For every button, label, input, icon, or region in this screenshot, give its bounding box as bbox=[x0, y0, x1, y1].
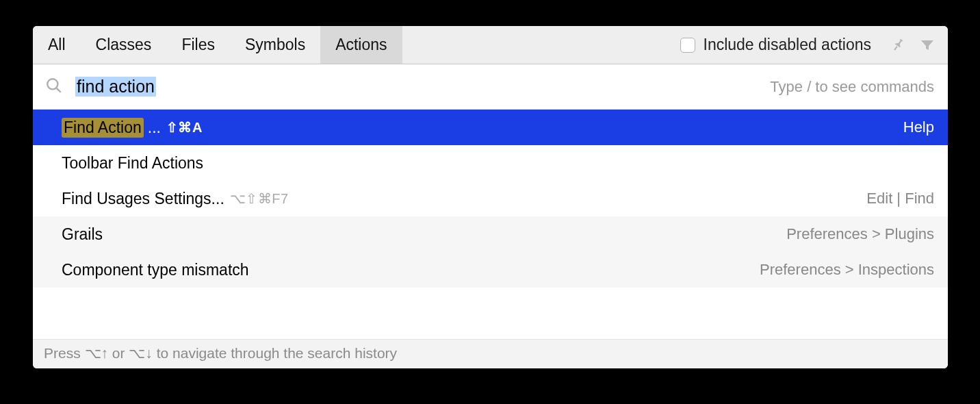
svg-line-1 bbox=[57, 88, 61, 92]
result-grails[interactable]: Grails Preferences > Plugins bbox=[33, 216, 948, 252]
result-find-usages-settings[interactable]: Find Usages Settings... ⌥⇧⌘F7 Edit | Fin… bbox=[33, 181, 948, 216]
include-disabled-wrap: Include disabled actions bbox=[680, 36, 872, 54]
result-location: Help bbox=[903, 118, 934, 136]
result-toolbar-find-actions[interactable]: Toolbar Find Actions bbox=[33, 145, 948, 181]
result-suffix: ... bbox=[148, 118, 161, 137]
toolbar-icons bbox=[889, 36, 941, 54]
result-shortcut: ⌥⇧⌘F7 bbox=[230, 190, 289, 207]
tabs: All Classes Files Symbols Actions bbox=[33, 26, 402, 64]
search-input-text: find action bbox=[75, 77, 156, 97]
tab-classes[interactable]: Classes bbox=[81, 26, 167, 64]
result-label: Find Usages Settings... bbox=[62, 190, 224, 208]
result-location: Edit | Find bbox=[866, 190, 934, 207]
search-hint: Type / to see commands bbox=[770, 78, 934, 96]
result-shortcut: ⇧⌘A bbox=[166, 119, 203, 136]
search-input[interactable]: find action bbox=[75, 77, 770, 97]
result-label: Toolbar Find Actions bbox=[62, 154, 203, 173]
include-disabled-checkbox[interactable] bbox=[680, 38, 695, 53]
tab-actions[interactable]: Actions bbox=[320, 26, 402, 64]
filter-icon[interactable] bbox=[919, 37, 936, 53]
result-location: Preferences > Inspections bbox=[760, 261, 934, 279]
include-disabled-label: Include disabled actions bbox=[704, 36, 872, 54]
result-highlight: Find Action bbox=[62, 118, 144, 138]
result-find-action[interactable]: Find Action... ⇧⌘A Help bbox=[33, 110, 948, 145]
result-location: Preferences > Plugins bbox=[786, 225, 934, 243]
results-list: Find Action... ⇧⌘A Help Toolbar Find Act… bbox=[33, 110, 948, 339]
search-icon bbox=[45, 77, 63, 97]
footer-hint: Press ⌥↑ or ⌥↓ to navigate through the s… bbox=[33, 339, 948, 368]
tab-files[interactable]: Files bbox=[166, 26, 230, 64]
tab-bar: All Classes Files Symbols Actions Includ… bbox=[33, 26, 948, 64]
search-everywhere-popup: All Classes Files Symbols Actions Includ… bbox=[33, 26, 948, 368]
svg-point-0 bbox=[47, 79, 57, 89]
search-bar: find action Type / to see commands bbox=[33, 64, 948, 110]
tab-all[interactable]: All bbox=[33, 26, 81, 64]
result-label: Component type mismatch bbox=[62, 261, 249, 279]
result-component-type-mismatch[interactable]: Component type mismatch Preferences > In… bbox=[33, 252, 948, 288]
pin-icon[interactable] bbox=[889, 36, 907, 54]
result-label: Grails bbox=[62, 225, 103, 244]
tab-symbols[interactable]: Symbols bbox=[230, 26, 320, 64]
